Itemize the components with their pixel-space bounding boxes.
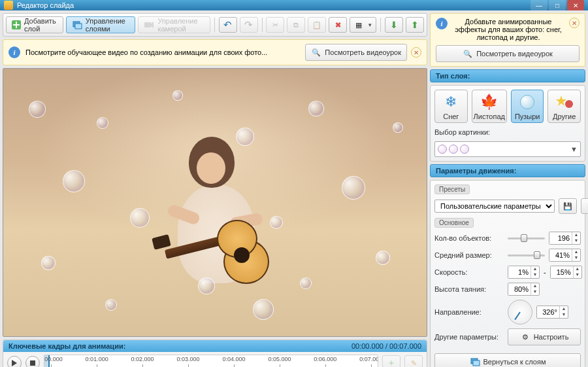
delete-icon: ✖ xyxy=(585,201,588,211)
preset-delete-button[interactable]: ✖ xyxy=(581,198,588,214)
main-group-label: Основное xyxy=(434,218,474,228)
size-input[interactable] xyxy=(549,249,572,261)
svg-rect-5 xyxy=(30,360,35,366)
configure-other-button[interactable]: ⚙ Настроить xyxy=(508,328,581,345)
tick xyxy=(188,364,189,367)
preset-select[interactable]: Пользовательские параметры xyxy=(434,200,555,213)
count-slider[interactable] xyxy=(508,234,545,243)
layer-type-heading: Тип слоя: xyxy=(430,69,585,82)
svg-marker-3 xyxy=(151,22,154,28)
configure-other-label: Настроить xyxy=(534,333,569,341)
copy-button[interactable]: ⧉ xyxy=(287,17,305,33)
type-other[interactable]: Другие xyxy=(547,90,581,123)
timeline-current: 00:00.000 xyxy=(351,342,384,350)
layer-up-button[interactable]: ⬆ xyxy=(406,17,424,33)
info-close-button[interactable]: ✕ xyxy=(411,47,421,58)
direction-input[interactable] xyxy=(537,306,559,318)
size-slider[interactable] xyxy=(508,251,545,260)
count-spinner[interactable]: ▲▼ xyxy=(549,232,581,245)
paste-button[interactable]: 📋 xyxy=(308,17,326,33)
svg-marker-10 xyxy=(556,96,566,106)
layer-type-row: ❄ Снег 🍁 Листопад Пузыри Другие xyxy=(434,90,581,123)
tick xyxy=(142,364,143,367)
melt-spinner[interactable]: ▲▼ xyxy=(508,283,540,296)
type-bubbles[interactable]: Пузыри xyxy=(511,90,544,123)
type-snow[interactable]: ❄ Снег xyxy=(434,90,468,123)
manage-camera-button[interactable]: Управление камерой xyxy=(138,16,210,33)
add-keyframe-button[interactable]: ＋ xyxy=(382,355,400,367)
chevron-down-icon: ▼ xyxy=(570,145,578,153)
title-bar: Редактор слайда — □ ✕ xyxy=(0,0,588,10)
size-spinner[interactable]: ▲▼ xyxy=(549,249,581,262)
layer-down-button[interactable]: ⬇ xyxy=(385,17,403,33)
arrow-up-icon: ⬆ xyxy=(410,20,420,30)
direction-dial[interactable] xyxy=(508,300,532,324)
cut-button[interactable]: ✂ xyxy=(266,17,284,33)
speed-to-spinner[interactable]: ▲▼ xyxy=(550,266,582,279)
info-text: Посмотрите обучающее видео по созданию а… xyxy=(25,48,267,56)
effects-info-close[interactable]: ✕ xyxy=(569,18,580,28)
timeline-heading: Ключевые кадры для анимации: xyxy=(8,342,125,350)
melt-input[interactable] xyxy=(508,283,531,295)
manage-camera-label: Управление камерой xyxy=(157,17,204,33)
maximize-button[interactable]: □ xyxy=(549,0,566,10)
speed-from-input[interactable] xyxy=(508,266,531,278)
gear-icon: ⚙ xyxy=(520,332,531,342)
app-icon xyxy=(4,1,13,10)
other-params-label: Другие параметры: xyxy=(434,333,504,341)
stop-button[interactable] xyxy=(25,356,40,367)
direction-spinner[interactable]: ▲▼ xyxy=(536,306,568,319)
direction-label: Направление: xyxy=(434,308,504,316)
watch-tutorial-label: Посмотреть видеоурок xyxy=(325,48,401,56)
leaf-icon: 🍁 xyxy=(480,93,498,111)
watch-tutorial-button-right[interactable]: 🔍 Посмотреть видеоурок xyxy=(436,45,580,62)
tick-label: 0:01.000 xyxy=(86,356,108,362)
edit-keyframe-button[interactable]: ✎ xyxy=(404,355,423,367)
type-leaves[interactable]: 🍁 Листопад xyxy=(472,90,507,123)
type-snow-label: Снег xyxy=(443,113,459,120)
speed-label: Скорость: xyxy=(434,268,504,276)
preset-save-button[interactable]: 💾 xyxy=(559,198,577,214)
tick-label: 0:00.000 xyxy=(44,356,63,362)
speed-from-spinner[interactable]: ▲▼ xyxy=(508,266,540,279)
tick-label: 0:03.000 xyxy=(176,356,199,362)
manage-layers-button[interactable]: Управление слоями xyxy=(66,16,136,33)
speed-to-input[interactable] xyxy=(551,266,573,278)
info-bar-effects: i Добавьте анимированные эффекты для ваш… xyxy=(430,13,585,67)
back-to-layers-label: Вернуться к слоям xyxy=(483,358,546,366)
add-layer-button[interactable]: Добавить слой xyxy=(6,16,63,33)
info-bar-tutorial: i Посмотрите обучающее видео по созданию… xyxy=(3,39,427,65)
timeline-total: 00:07.000 xyxy=(389,342,421,350)
type-other-label: Другие xyxy=(553,113,576,120)
presets-group-label: Пресеты xyxy=(434,184,470,194)
picture-dropdown[interactable]: ▼ xyxy=(434,141,581,157)
picture-label: Выбор картинки: xyxy=(434,128,581,136)
delete-button[interactable]: ✖ xyxy=(329,17,347,33)
motion-panel: Пресеты Пользовательские параметры 💾 ✖ О… xyxy=(430,180,585,367)
timeline-times: 00:00.000 / 00:07.000 xyxy=(351,342,421,350)
tick-label: 0:05.000 xyxy=(268,356,291,362)
plus-icon xyxy=(12,20,21,30)
save-icon: 💾 xyxy=(563,201,573,211)
count-input[interactable] xyxy=(549,232,572,244)
play-button[interactable] xyxy=(7,356,22,367)
slide-preview[interactable] xyxy=(3,68,427,337)
tick xyxy=(280,364,280,367)
magnifier-icon: 🔍 xyxy=(311,47,321,58)
timeline-ruler[interactable]: 0:00.0000:01.0000:02.0000:03.0000:04.000… xyxy=(44,355,378,367)
close-button[interactable]: ✕ xyxy=(567,0,584,10)
tick-label: 0:07.000 xyxy=(359,356,378,362)
back-to-layers-button[interactable]: Вернуться к слоям xyxy=(434,353,581,367)
preview-subject xyxy=(146,131,284,295)
tick-label: 0:02.000 xyxy=(131,356,154,362)
fit-button[interactable]: ▦▼ xyxy=(350,17,376,33)
pencil-icon: ✎ xyxy=(408,358,419,367)
watch-tutorial-button[interactable]: 🔍 Посмотреть видеоурок xyxy=(305,44,407,61)
redo-button[interactable]: ↷ xyxy=(240,17,258,33)
size-label: Средний размер: xyxy=(434,251,504,259)
undo-button[interactable]: ↶ xyxy=(219,17,237,33)
window-title: Редактор слайда xyxy=(17,1,74,9)
svg-rect-13 xyxy=(473,360,480,366)
other-icon xyxy=(555,93,574,111)
minimize-button[interactable]: — xyxy=(531,0,547,10)
